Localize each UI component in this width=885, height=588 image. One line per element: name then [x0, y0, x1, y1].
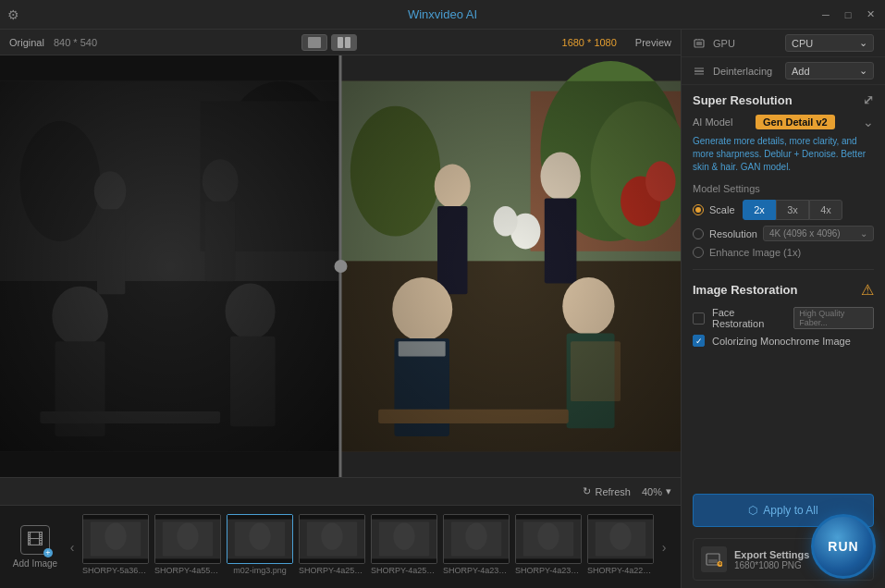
svg-point-52 [177, 522, 198, 549]
face-restoration-row: Face Restoration High Quality Faber... [682, 304, 885, 332]
settings-icon[interactable]: ⚙ [7, 7, 19, 22]
warning-icon: ⚠ [861, 281, 874, 299]
scale-radio[interactable] [693, 204, 704, 215]
svg-rect-70 [444, 558, 509, 563]
svg-rect-2 [345, 37, 350, 48]
ai-model-badge: Gen Detail v2 [756, 115, 835, 129]
filmstrip-prev-button[interactable]: ‹ [63, 515, 81, 580]
scale-2x-button[interactable]: 2x [743, 200, 776, 220]
gpu-select[interactable]: CPU ⌄ [785, 34, 874, 52]
image-split-divider[interactable] [339, 55, 342, 477]
filmstrip-item[interactable]: SHORPY-4a22488 [586, 514, 655, 581]
filmstrip-thumbnail [299, 514, 365, 564]
face-restoration-label: Face Restoration [712, 307, 782, 329]
svg-rect-74 [516, 514, 581, 519]
split-view-button[interactable] [331, 34, 357, 51]
svg-point-72 [465, 522, 486, 549]
ai-model-row: AI Model Gen Detail v2 ⌄ [682, 111, 885, 133]
resolution-label: Resolution [709, 228, 757, 239]
svg-point-82 [609, 522, 631, 549]
svg-point-57 [249, 522, 270, 549]
enhanced-photo [340, 55, 681, 477]
resolution-row: Resolution 4K (4096 x 4096) ⌄ [682, 224, 885, 245]
svg-rect-79 [588, 514, 653, 519]
filmstrip-thumbnail [587, 514, 654, 564]
chevron-icon: ⌄ [859, 65, 867, 77]
enhance-radio[interactable] [693, 247, 704, 258]
svg-rect-75 [516, 558, 581, 563]
gpu-label: GPU [713, 38, 778, 49]
filmstrip-label: SHORPY-4a23673 [443, 566, 510, 575]
svg-rect-92 [708, 559, 718, 563]
single-view-button[interactable] [301, 34, 327, 51]
main-layout: Original 840 * 540 1680 * 1080 Preview [0, 30, 885, 588]
add-image-icon: 🎞 + [20, 525, 50, 555]
svg-rect-45 [83, 558, 148, 563]
zoom-control[interactable]: 40% ▾ [642, 485, 671, 497]
svg-rect-69 [444, 514, 509, 519]
model-settings-label: Model Settings [682, 179, 885, 198]
filmstrip-scroll: SHORPY-5a36607SHORPY-4a55227m02-img3.png… [81, 510, 655, 584]
svg-text:⚙: ⚙ [719, 561, 722, 566]
deinterlacing-row: Deinterlacing Add ⌄ [682, 57, 885, 85]
filmstrip-item[interactable]: SHORPY-4a25556 [298, 514, 366, 581]
original-image-panel [0, 55, 340, 477]
filmstrip-item[interactable]: SHORPY-4a23673 [442, 514, 510, 581]
close-button[interactable]: ✕ [863, 7, 878, 22]
spacer [682, 349, 885, 483]
image-area [0, 55, 681, 477]
filmstrip-next-button[interactable]: › [655, 515, 673, 580]
resolution-radio[interactable] [693, 228, 704, 239]
gpu-icon [693, 37, 706, 50]
svg-rect-65 [372, 558, 436, 563]
filmstrip-item[interactable]: SHORPY-4a55227 [154, 514, 222, 581]
left-section: Original 840 * 540 1680 * 1080 Preview [0, 30, 681, 588]
svg-rect-19 [0, 81, 340, 451]
expand-icon[interactable]: ⤢ [863, 92, 874, 107]
resolution-input[interactable]: 4K (4096 x 4096) ⌄ [763, 226, 874, 241]
svg-rect-80 [588, 558, 653, 563]
svg-point-67 [393, 522, 414, 549]
chevron-icon: ⌄ [859, 37, 867, 49]
divider-line [693, 269, 874, 270]
filmstrip-item[interactable]: SHORPY-4a25526 [370, 514, 438, 581]
colorizing-checkbox[interactable] [693, 335, 705, 347]
filmstrip-item[interactable]: SHORPY-4a23377 [514, 514, 583, 581]
viewer-bottom-toolbar: ↻ Refresh 40% ▾ [0, 477, 681, 505]
add-image-label: Add Image [13, 558, 57, 569]
image-restoration-title: Image Restoration [693, 283, 797, 297]
svg-rect-84 [696, 42, 702, 45]
scale-buttons: 2x 3x 4x [743, 200, 842, 220]
minimize-button[interactable]: ─ [818, 7, 833, 22]
add-image-button[interactable]: 🎞 + Add Image [7, 515, 63, 580]
gpu-row: GPU CPU ⌄ [682, 30, 885, 57]
titlebar: ⚙ Winxvideo AI ─ □ ✕ [0, 0, 885, 30]
filmstrip-label: SHORPY-4a25526 [371, 566, 437, 575]
run-button[interactable]: RUN [811, 514, 876, 579]
ai-model-dropdown[interactable]: ⌄ [863, 115, 874, 129]
filmstrip-thumbnail [371, 514, 437, 564]
scale-4x-button[interactable]: 4x [809, 200, 842, 220]
deinterlacing-select[interactable]: Add ⌄ [785, 62, 874, 80]
enhance-row: Enhance Image (1x) [682, 245, 885, 265]
image-restoration-section: Image Restoration ⚠ [682, 274, 885, 304]
filmstrip-label: SHORPY-5a36607 [82, 566, 149, 575]
run-label: RUN [828, 539, 858, 554]
original-photo [0, 55, 340, 477]
export-icon: ⚙ [701, 546, 727, 572]
scale-3x-button[interactable]: 3x [776, 200, 809, 220]
deinterlacing-label: Deinterlacing [713, 66, 778, 77]
filmstrip-item[interactable]: SHORPY-5a36607 [81, 514, 150, 581]
refresh-button[interactable]: ↻ Refresh [583, 485, 631, 497]
maximize-button[interactable]: □ [841, 7, 855, 22]
filmstrip-item[interactable]: m02-img3.png [226, 514, 294, 581]
filmstrip-thumbnail [443, 514, 510, 564]
filmstrip-label: SHORPY-4a23377 [515, 566, 582, 575]
face-restoration-checkbox[interactable] [693, 312, 705, 325]
apply-icon: ⬡ [748, 504, 757, 517]
filmstrip-thumbnail [154, 514, 221, 564]
filmstrip-label: SHORPY-4a22488 [587, 566, 654, 575]
scale-label: Scale [709, 204, 737, 215]
filmstrip-label: SHORPY-4a55227 [154, 566, 221, 575]
colorizing-row: Colorizing Monochrome Image [682, 332, 885, 349]
